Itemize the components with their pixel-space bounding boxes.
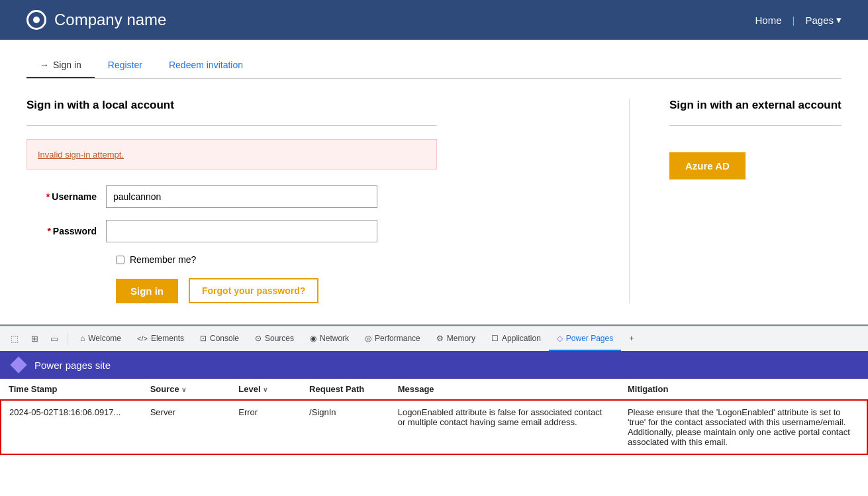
sources-label: Sources xyxy=(265,334,294,343)
col-header-mitigation: Mitigation xyxy=(620,379,867,400)
devtools-panel-icon[interactable]: ▭ xyxy=(45,330,64,348)
password-input[interactable] xyxy=(106,220,377,242)
performance-label: Performance xyxy=(375,334,420,343)
power-pages-title: Power pages site xyxy=(34,360,111,371)
error-message-link[interactable]: Invalid sign-in attempt. xyxy=(38,150,124,160)
remember-me-label: Remember me? xyxy=(130,254,196,265)
elements-label: Elements xyxy=(151,334,184,343)
log-table-header: Time Stamp Source ∨ Level ∨ Request Path xyxy=(1,379,867,400)
local-account-section: Sign in with a local account Invalid sig… xyxy=(26,99,630,303)
powerpages-label: Power Pages xyxy=(566,334,613,343)
network-label: Network xyxy=(320,334,349,343)
signin-buttons: Sign in Forgot your password? xyxy=(116,278,603,303)
devtools-tab-welcome[interactable]: ⌂ Welcome xyxy=(72,326,129,351)
network-icon: ◉ xyxy=(310,334,316,343)
devtools-tab-performance[interactable]: ◎ Performance xyxy=(357,326,428,351)
tab-register[interactable]: Register xyxy=(95,53,156,78)
application-icon: ☐ xyxy=(491,334,499,343)
devtools-tab-sources[interactable]: ⊙ Sources xyxy=(247,326,302,351)
top-nav: Company name Home | Pages ▾ xyxy=(0,0,868,40)
pages-chevron-icon: ▾ xyxy=(836,14,842,26)
col-header-source[interactable]: Source ∨ xyxy=(142,379,231,400)
log-table: Time Stamp Source ∨ Level ∨ Request Path xyxy=(0,379,868,455)
signin-button[interactable]: Sign in xyxy=(116,279,178,303)
welcome-label: Welcome xyxy=(88,334,121,343)
brand: Company name xyxy=(26,10,166,30)
username-row: *Username xyxy=(26,185,457,208)
tab-signin[interactable]: → Sign in xyxy=(26,53,95,78)
register-tab-label: Register xyxy=(108,60,142,70)
power-pages-bar: Power pages site xyxy=(0,351,868,379)
console-icon: ⊡ xyxy=(200,334,207,343)
username-label: *Username xyxy=(26,191,106,202)
password-label: *Password xyxy=(26,226,106,236)
memory-icon: ⚙ xyxy=(436,334,444,343)
devtools-tabs: ⌂ Welcome </> Elements ⊡ Console ⊙ Sourc… xyxy=(72,326,863,351)
devtools-tab-console[interactable]: ⊡ Console xyxy=(192,326,247,351)
elements-icon: </> xyxy=(137,334,148,342)
devtools-tab-network[interactable]: ◉ Network xyxy=(302,326,357,351)
devtools-device-icon[interactable]: ⊞ xyxy=(25,330,44,348)
auth-tab-bar: → Sign in Register Redeem invitation xyxy=(26,53,842,79)
table-row[interactable]: 2024-05-02T18:16:06.0917...ServerError/S… xyxy=(1,400,867,454)
brand-icon-inner xyxy=(33,17,40,23)
pages-link[interactable]: Pages ▾ xyxy=(805,14,842,26)
signin-tab-icon: → xyxy=(40,60,49,70)
sign-in-layout: Sign in with a local account Invalid sig… xyxy=(26,99,842,303)
remember-me-row: Remember me? xyxy=(116,254,603,265)
password-row: *Password xyxy=(26,220,457,242)
sources-icon: ⊙ xyxy=(255,334,262,343)
devtools-separator xyxy=(68,332,68,346)
home-link[interactable]: Home xyxy=(755,15,782,26)
devtools-tab-bar: ⬚ ⊞ ▭ ⌂ Welcome </> Elements ⊡ Console ⊙… xyxy=(0,326,868,351)
devtools-tab-elements[interactable]: </> Elements xyxy=(129,326,192,351)
devtools-tab-memory[interactable]: ⚙ Memory xyxy=(428,326,483,351)
username-input[interactable] xyxy=(106,185,377,208)
col-header-timestamp: Time Stamp xyxy=(1,379,142,400)
powerpages-icon: ◇ xyxy=(557,334,563,343)
remember-me-checkbox[interactable] xyxy=(116,256,124,264)
external-section-title: Sign in with an external account xyxy=(669,99,842,112)
nav-divider: | xyxy=(793,15,795,26)
devtools-tab-application[interactable]: ☐ Application xyxy=(483,326,549,351)
signin-tab-label: Sign in xyxy=(53,60,81,70)
plus-icon: + xyxy=(629,334,634,343)
devtools-cursor-icon[interactable]: ⬚ xyxy=(5,330,24,348)
brand-icon xyxy=(26,10,46,30)
memory-label: Memory xyxy=(447,334,475,343)
tab-redeem[interactable]: Redeem invitation xyxy=(156,53,256,78)
redeem-tab-label: Redeem invitation xyxy=(169,60,243,70)
password-required-star: * xyxy=(47,226,50,236)
log-table-section: Time Stamp Source ∨ Level ∨ Request Path xyxy=(0,379,868,468)
devtools-tab-powerpages[interactable]: ◇ Power Pages xyxy=(549,326,621,351)
devtools-panel: ⬚ ⊞ ▭ ⌂ Welcome </> Elements ⊡ Console ⊙… xyxy=(0,324,868,468)
top-nav-links: Home | Pages ▾ xyxy=(755,14,842,26)
username-required-star: * xyxy=(46,191,50,202)
application-label: Application xyxy=(502,334,541,343)
devtools-tab-plus[interactable]: + xyxy=(621,326,642,351)
level-sort-icon: ∨ xyxy=(263,386,267,393)
welcome-icon: ⌂ xyxy=(80,334,85,343)
azure-ad-button[interactable]: Azure AD xyxy=(669,152,746,179)
console-label: Console xyxy=(210,334,239,343)
col-header-message: Message xyxy=(390,379,620,400)
col-header-path: Request Path xyxy=(301,379,390,400)
brand-name: Company name xyxy=(54,11,166,29)
source-sort-icon: ∨ xyxy=(181,386,186,393)
power-pages-logo xyxy=(11,357,26,373)
external-account-section: Sign in with an external account Azure A… xyxy=(630,99,842,303)
pages-label: Pages xyxy=(805,15,834,26)
local-section-title: Sign in with a local account xyxy=(26,99,603,112)
forgot-password-button[interactable]: Forgot your password? xyxy=(189,278,318,303)
main-content: → Sign in Register Redeem invitation Sig… xyxy=(0,40,868,324)
error-box: Invalid sign-in attempt. xyxy=(26,139,437,170)
col-header-level[interactable]: Level ∨ xyxy=(230,379,301,400)
performance-icon: ◎ xyxy=(365,334,371,343)
